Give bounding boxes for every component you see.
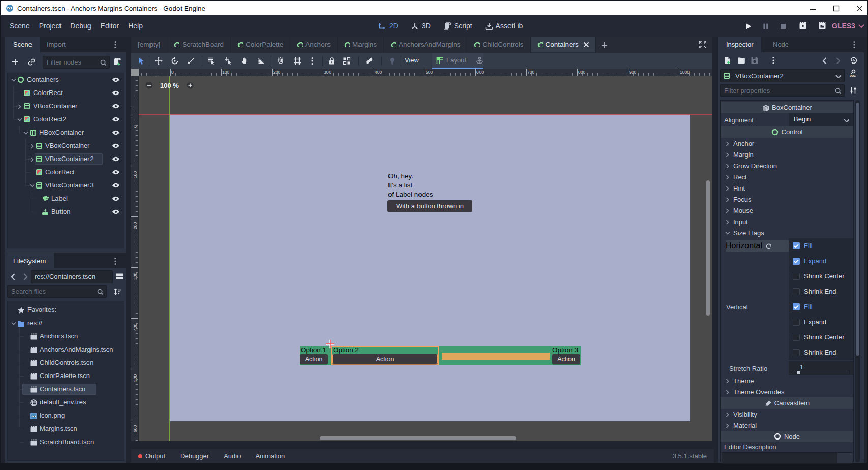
list-select-tool[interactable]	[207, 57, 215, 65]
grid-snap-toggle[interactable]	[293, 57, 302, 65]
inspector-row-anchor[interactable]: Anchor	[721, 138, 853, 149]
inspector-row-editor-description[interactable]: Editor Description	[721, 442, 853, 452]
add-node-button[interactable]	[11, 58, 19, 66]
scene-tab-Margins[interactable]: Margins	[338, 37, 384, 52]
group-expand-icon[interactable]	[725, 152, 730, 157]
tree-collapse-icon[interactable]	[17, 117, 22, 122]
visibility-eye-icon[interactable]	[112, 195, 119, 202]
filesystem-row[interactable]: ColorPalette.tscn	[8, 369, 123, 383]
minimize-button[interactable]	[808, 4, 817, 13]
menu-scene[interactable]: Scene	[10, 22, 30, 30]
sort-files-button[interactable]	[113, 288, 122, 296]
inspector-row-shrink-center[interactable]: Shrink Center	[721, 269, 853, 284]
split-mode-button[interactable]	[115, 272, 124, 280]
inspector-row-alignment[interactable]: AlignmentBegin	[721, 113, 853, 126]
scene-tab-Containers[interactable]: Containers	[531, 37, 596, 52]
workspace-assetlib[interactable]: AssetLib	[485, 22, 523, 30]
group-expand-icon[interactable]	[725, 141, 730, 146]
filesystem-row[interactable]: Margins.tscn	[8, 422, 123, 435]
slider-value[interactable]: 1	[800, 363, 803, 371]
inspector-row-input[interactable]: Input	[721, 216, 853, 227]
checkbox-shrink-center[interactable]	[793, 273, 800, 280]
scene-tab-AnchorsAndMargins[interactable]: AnchorsAndMargins	[384, 37, 468, 52]
smart-snap-toggle[interactable]	[277, 57, 285, 65]
edit-history-button[interactable]	[850, 56, 858, 65]
checkbox-expand[interactable]	[793, 258, 800, 265]
inspector-row-expand[interactable]: Expand	[721, 315, 853, 330]
tab-filesystem[interactable]: FileSystem	[5, 253, 54, 269]
tree-collapse-icon[interactable]	[11, 321, 16, 326]
group-object-button[interactable]	[343, 57, 351, 65]
tree-collapse-icon[interactable]	[11, 77, 16, 83]
bottom-tab-output[interactable]: Output	[145, 452, 165, 460]
menu-help[interactable]: Help	[128, 22, 143, 30]
move-tool[interactable]	[155, 57, 163, 65]
tree-expand-icon[interactable]	[17, 104, 22, 109]
play-custom-scene-button[interactable]	[818, 22, 826, 30]
inspector-row-stretch-ratio[interactable]: Stretch Ratio1	[721, 361, 853, 375]
visibility-eye-icon[interactable]	[112, 208, 119, 215]
scene-tree-row[interactable]: ColorRect	[8, 166, 123, 179]
scene-tab-ScratchBoard[interactable]: ScratchBoard	[167, 37, 231, 52]
inspector-row-theme-overrides[interactable]: Theme Overrides	[721, 386, 853, 397]
filesystem-row[interactable]: Anchors.tscn	[8, 330, 123, 343]
history-back-button[interactable]	[821, 57, 828, 64]
filesystem-row[interactable]: ScratchBoard.tscn	[8, 435, 123, 449]
distraction-free-button[interactable]	[699, 41, 706, 48]
filesystem-row[interactable]: Favorites:	[8, 303, 123, 317]
visibility-eye-icon[interactable]	[112, 89, 119, 97]
filter-nodes-input[interactable]: Filter nodes	[43, 56, 110, 69]
inspector-row-shrink-end[interactable]: Shrink End	[721, 345, 853, 360]
open-docs-button[interactable]: DOC	[849, 69, 857, 78]
scene-tree-row[interactable]: ColorRect2	[8, 113, 123, 126]
renderer-dropdown[interactable]: GLES3	[832, 15, 864, 37]
inspector-row-horizontal[interactable]: HorizontalFill	[721, 238, 853, 254]
chevron-down-icon[interactable]	[843, 117, 849, 123]
maximize-button[interactable]	[831, 4, 841, 13]
history-forward-button[interactable]	[21, 273, 28, 280]
tab-import[interactable]: Import	[39, 37, 74, 52]
scene-tree-row[interactable]: Label	[8, 192, 123, 205]
lock-object-button[interactable]	[327, 57, 336, 65]
scene-tab-empty[interactable]: [empty]	[131, 37, 167, 52]
scene-tree-row[interactable]: VBoxContainer	[8, 139, 123, 152]
checkbox-shrink-end[interactable]	[793, 288, 800, 295]
canvas-viewport[interactable]: 0100200300400500600700800900100001002003…	[131, 69, 712, 441]
resource-options-menu[interactable]	[772, 56, 780, 65]
checkbox-shrink-end[interactable]	[793, 349, 800, 356]
menu-editor[interactable]: Editor	[101, 22, 119, 30]
ruler-corner[interactable]	[131, 69, 139, 76]
scene-panel-menu-icon[interactable]	[114, 41, 122, 49]
scene-tab-Anchors[interactable]: Anchors	[290, 37, 338, 52]
load-resource-button[interactable]	[737, 56, 745, 65]
inspector-row-expand[interactable]: Expand	[721, 254, 853, 269]
bottom-tab-debugger[interactable]: Debugger	[180, 452, 209, 460]
inspector-row-grow-direction[interactable]: Grow Direction	[721, 160, 853, 171]
scene-tree-row[interactable]: VBoxContainer2	[8, 152, 123, 166]
play-button[interactable]	[744, 22, 752, 30]
group-expand-icon[interactable]	[725, 163, 730, 168]
scale-tool[interactable]	[187, 57, 195, 65]
zoom-out-button[interactable]	[145, 81, 153, 89]
scene-tree-row[interactable]: VBoxContainer3	[8, 179, 123, 192]
checkbox-shrink-center[interactable]	[793, 334, 800, 341]
menu-project[interactable]: Project	[39, 22, 62, 30]
inspector-row-shrink-end[interactable]: Shrink End	[721, 284, 853, 299]
skeleton-options-menu[interactable]	[388, 57, 396, 65]
inspector-row-mouse[interactable]: Mouse	[721, 205, 853, 216]
tree-expand-icon[interactable]	[29, 143, 35, 149]
tree-expand-icon[interactable]	[29, 156, 35, 162]
inspector-menu-icon[interactable]	[853, 41, 861, 49]
save-resource-button[interactable]	[751, 56, 759, 65]
visibility-eye-icon[interactable]	[112, 181, 119, 189]
property-value[interactable]: Begin	[794, 115, 811, 123]
visibility-eye-icon[interactable]	[112, 142, 119, 149]
tree-collapse-icon[interactable]	[29, 183, 35, 189]
menu-debug[interactable]: Debug	[70, 22, 91, 30]
new-scene-tab-button[interactable]	[601, 41, 607, 48]
h-scrollbar-thumb[interactable]	[320, 436, 516, 440]
filesystem-row[interactable]: default_env.tres	[8, 396, 123, 409]
group-expand-icon[interactable]	[725, 378, 730, 383]
inspector-scrollbar-thumb[interactable]	[856, 103, 859, 356]
rotate-tool[interactable]	[171, 57, 179, 65]
